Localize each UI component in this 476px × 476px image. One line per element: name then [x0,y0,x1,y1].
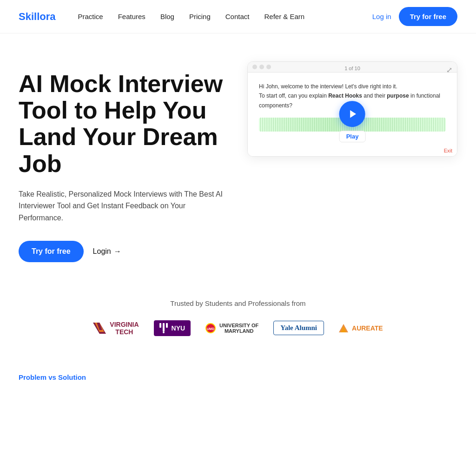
play-overlay: Play [339,101,366,142]
dot-3 [266,65,271,69]
nyu-icon [159,323,168,333]
hero-title: AI Mock Interview Tool to Help You Land … [19,71,229,177]
nav-practice[interactable]: Practice [78,13,103,20]
vt-icon [93,323,106,334]
umd-logo: UMD UNIVERSITY OFMARYLAND [205,323,258,334]
hero-login-button[interactable]: Login → [93,247,121,256]
nav-links: Practice Features Blog Pricing Contact R… [78,13,372,20]
timer-label: 1 of 10 [344,66,360,71]
dot-1 [252,65,257,69]
nav-features[interactable]: Features [118,13,145,20]
play-icon [348,109,358,119]
nav-blog[interactable]: Blog [160,13,174,20]
aureate-icon [339,324,348,332]
svg-rect-4 [163,323,165,331]
arrow-icon: → [114,247,121,256]
expand-icon[interactable]: ⤢ [446,66,452,74]
aureate-text: AUREATE [352,324,383,332]
nav-refer[interactable]: Refer & Earn [264,13,304,20]
navbar: Skillora Practice Features Blog Pricing … [0,0,476,33]
play-button[interactable] [339,101,365,127]
aureate-logo: AUREATE [339,324,383,332]
svg-text:UMD: UMD [207,327,214,331]
trusted-title: Trusted by Students and Professionals fr… [19,299,457,307]
hero-actions: Try for free Login → [19,241,229,262]
nav-cta-button[interactable]: Try for free [399,7,457,26]
nav-pricing[interactable]: Pricing [189,13,211,20]
umd-text: UNIVERSITY OFMARYLAND [219,323,258,334]
virginia-tech-logo: VIRGINIATECH [93,321,139,336]
nyu-logo: NYU [154,320,191,336]
vt-text: VIRGINIATECH [110,321,139,336]
nav-right: Log in Try for free [372,7,457,26]
hero-subtitle: Take Realistic, Personalized Mock Interv… [19,188,223,224]
svg-rect-6 [166,323,168,328]
problem-section: Problem vs Solution [0,345,476,390]
trusted-section: Trusted by Students and Professionals fr… [0,281,476,345]
hero-cta-button[interactable]: Try for free [19,241,84,262]
yale-logo: Yale Alumni [273,321,324,335]
exit-button[interactable]: Exit [444,148,452,153]
brand-logo[interactable]: Skillora [19,11,55,23]
window-dots [252,65,271,69]
svg-rect-5 [159,323,161,328]
nyu-box: NYU [154,320,191,336]
interview-preview: ⤢ 1 of 10 Hi John, welcome to the interv… [247,61,457,157]
hero-right: ⤢ 1 of 10 Hi John, welcome to the interv… [247,61,457,157]
play-label[interactable]: Play [339,131,366,142]
hero-left: AI Mock Interview Tool to Help You Land … [19,61,229,262]
yale-text: Yale Alumni [280,324,317,332]
svg-marker-0 [350,110,356,118]
hero-section: AI Mock Interview Tool to Help You Land … [0,33,476,281]
logo-row: VIRGINIATECH NYU UMD UNIVERSITY OFMARYLA… [19,320,457,336]
nav-login-button[interactable]: Log in [372,13,391,20]
nav-contact[interactable]: Contact [225,13,250,20]
nyu-text: NYU [172,324,185,332]
dot-2 [259,65,264,69]
svg-point-7 [163,331,165,333]
umd-icon: UMD [205,323,216,333]
problem-label: Problem vs Solution [19,373,457,381]
